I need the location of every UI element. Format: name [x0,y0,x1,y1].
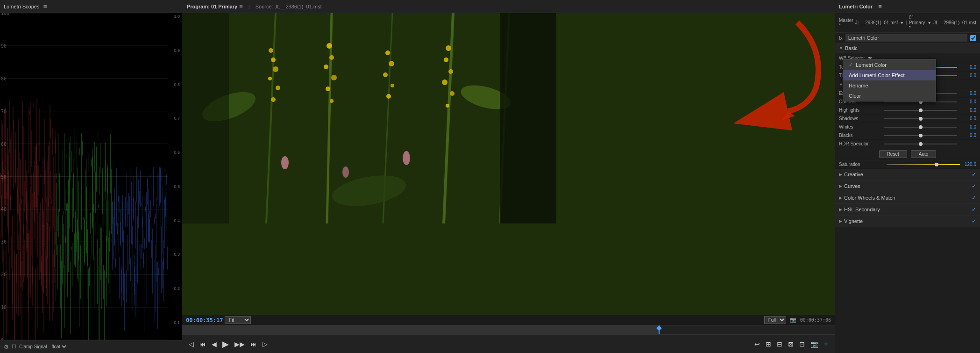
hsl-checkbox[interactable]: ✓ [972,206,976,213]
color-wheels-checkbox[interactable]: ✓ [972,195,976,201]
overwrite-btn[interactable]: ⊟ [775,339,784,349]
menu-item-clear[interactable]: Clear [843,91,936,101]
clamp-checkbox-icon[interactable]: ☐ [12,344,16,350]
creative-section-header[interactable]: ▶ Creative ✓ [835,169,980,180]
color-wheels-section-title: Color Wheels & Match [844,195,972,201]
add-mark-in-btn[interactable]: ◁ [187,339,196,349]
loop-btn[interactable]: ↩ [753,339,762,349]
whites-slider[interactable] [884,126,957,128]
lift-btn[interactable]: ⊠ [786,339,795,349]
highlights-value[interactable]: 0.0 [960,108,976,113]
curves-checkbox[interactable]: ✓ [972,183,976,189]
go-start-btn[interactable]: ⏮ [198,339,208,349]
vignette-section-header[interactable]: ▶ Vignette ✓ [835,216,980,227]
svg-point-13 [329,55,334,60]
shadows-value[interactable]: 0.0 [960,116,976,121]
red-arrow-annotation [695,13,835,153]
go-end-btn[interactable]: ⏭ [249,339,259,349]
hdr-specular-slider[interactable] [884,143,957,145]
blacks-label: Blacks [839,133,881,138]
preview-panel: Program: 01 Primary ≡ | Source: JL__2986… [182,0,835,353]
float-dropdown[interactable]: float int [50,344,68,350]
master-sep: | [906,20,907,25]
timecode-bar: 00:00:35:17 Fit 25% 50% 100% Full 1/2 1/… [182,315,835,325]
play-pause-btn[interactable]: ▶ [220,338,231,350]
whites-row: Whites 0.0 [835,123,980,131]
effect-dropdown-btn[interactable]: Lumetri Color [845,34,967,42]
highlights-label: Highlights [839,108,881,113]
insert-btn[interactable]: ⊞ [764,339,773,349]
lumetri-content: Master * JL__2986(1)_01.msf ▼ | 01 Prima… [835,13,980,353]
svg-point-27 [450,91,454,96]
blacks-value[interactable]: 0.0 [960,133,976,138]
scopes-menu-icon[interactable]: ≡ [43,3,47,10]
export-frame-btn[interactable]: 📷 [809,339,820,349]
preview-controls: ◁ ⏮ ◀ ▶ ▶▶ ⏭ ▷ ↩ ⊞ ⊟ ⊠ ⊡ 📷 + [182,334,835,353]
svg-point-20 [383,72,388,77]
master-row: Master * JL__2986(1)_01.msf ▼ | 01 Prima… [835,13,980,33]
saturation-value[interactable]: 120.0 [960,162,976,167]
blacks-slider[interactable] [884,135,957,137]
contrast-value[interactable]: 0.0 [960,99,976,104]
preview-source-label: Source: JL__2986(1)_01.msf [256,4,322,9]
tint-value[interactable]: 0.0 [960,73,976,78]
menu-lumetri-label: Lumetri Color [856,62,887,68]
shadows-label: Shadows [839,116,881,121]
curves-section-header[interactable]: ▶ Curves ✓ [835,180,980,192]
extract-btn[interactable]: ⊡ [797,339,807,349]
creative-arrow-icon: ▶ [839,172,842,177]
reset-btn[interactable]: Reset [879,150,907,158]
hsl-section-header[interactable]: ▶ HSL Secondary ✓ [835,204,980,216]
mark-out-btn[interactable]: ▷ [261,339,270,349]
creative-checkbox[interactable]: ✓ [972,171,976,178]
menu-item-add-effect[interactable]: Add Lumetri Color Effect [843,70,936,80]
quality-dropdown[interactable]: Full 1/2 1/4 [764,316,786,324]
temperature-value[interactable]: 0.0 [960,65,976,70]
primary-clip: JL__2986(1)_01.msf [933,20,976,25]
highlights-slider[interactable] [884,109,957,111]
saturation-slider[interactable] [884,164,957,166]
svg-point-8 [273,66,278,72]
scopes-title: Lumetri Scopes [4,4,39,9]
curves-arrow-icon: ▶ [839,184,842,188]
auto-btn[interactable]: Auto [911,150,937,158]
primary-label: 01 Primary * [909,15,926,30]
svg-point-10 [276,86,280,90]
svg-point-7 [271,58,276,62]
timeline-bar[interactable] [182,325,835,334]
vignette-checkbox[interactable]: ✓ [972,218,976,224]
scopes-bottom-bar: ⚙ ☐ Clamp Signal float int [0,340,182,353]
lumetri-menu-icon[interactable]: ≡ [878,3,882,10]
svg-point-26 [442,79,447,85]
basic-section-header[interactable]: ▼ Basic [835,43,980,53]
current-timecode[interactable]: 00:00:35:17 [186,317,223,324]
waveform-display [0,13,182,340]
creative-section-title: Creative [844,172,972,177]
effect-checkbox[interactable] [970,35,976,41]
color-wheels-section-header[interactable]: ▶ Color Wheels & Match ✓ [835,192,980,204]
preview-header-menu[interactable]: ≡ [239,3,243,10]
vignette-section-title: Vignette [844,218,972,224]
menu-item-rename[interactable]: Rename [843,80,936,91]
menu-item-lumetri-color[interactable]: ✓ Lumetri Color [843,59,936,70]
step-forward-btn[interactable]: ▶▶ [233,339,247,349]
hsl-section-title: HSL Secondary [844,207,972,212]
fit-dropdown[interactable]: Fit 25% 50% 100% [225,316,251,324]
master-label: Master * [839,18,853,28]
shadows-row: Shadows 0.0 [835,115,980,123]
svg-point-31 [403,151,410,165]
whites-value[interactable]: 0.0 [960,124,976,130]
step-back-btn[interactable]: ◀ [210,339,219,349]
clamp-icon: ⚙ [4,344,9,350]
add-btn[interactable]: + [822,339,830,349]
camera-icon: 📷 [790,317,796,323]
shadows-slider[interactable] [884,118,957,120]
highlights-row: Highlights 0.0 [835,106,980,115]
exposure-value[interactable]: 0.0 [960,91,976,96]
video-area [182,13,835,315]
clamp-label: Clamp Signal [19,344,47,349]
header-separator: | [249,4,250,9]
svg-point-9 [268,77,272,80]
scopes-y-axis: 1.0 0.9 0.8 0.7 0.6 0.5 0.4 0.3 0.2 0.1 [174,13,180,326]
menu-rename-label: Rename [849,83,868,88]
